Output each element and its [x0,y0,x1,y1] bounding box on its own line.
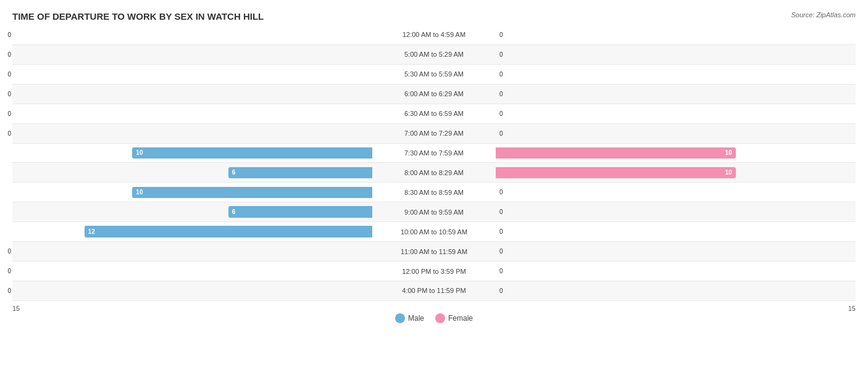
bar-row: 0 12:00 PM to 3:59 PM 0 [12,262,856,281]
left-section: 0 [12,281,372,300]
male-bar: 10 [132,147,372,159]
male-bar-container: 10 [12,147,372,159]
female-value-zero: 0 [499,31,503,38]
female-bar: 10 [496,167,736,179]
center-label: 5:30 AM to 5:59 AM [372,70,496,78]
bar-row: 12 10:00 AM to 10:59 AM 0 [12,222,856,242]
left-section: 10 [12,183,372,202]
center-label: 6:00 AM to 6:29 AM [372,90,496,97]
male-bar-container: 0 [12,49,372,60]
female-bar-container: 0 [496,88,856,100]
right-section: 0 [496,202,856,221]
male-bar-container: 0 [12,245,372,257]
left-section: 0 [12,25,372,44]
male-bar-container: 0 [12,285,372,297]
bar-row: 0 4:00 PM to 11:59 PM 0 [12,281,856,301]
female-value-zero: 0 [499,268,503,274]
right-section: 0 [496,85,856,104]
bar-row: 10 7:30 AM to 7:59 AM 10 [12,144,856,163]
bar-row: 0 6:30 AM to 6:59 AM 0 [12,104,856,124]
center-label: 11:00 AM to 11:59 AM [372,248,496,255]
left-section: 0 [12,45,372,64]
female-value-zero: 0 [499,287,503,294]
bar-row: 10 8:30 AM to 8:59 AM 0 [12,183,856,202]
bar-row: 6 8:00 AM to 8:29 AM 10 [12,163,856,183]
female-value-zero: 0 [499,130,503,137]
male-bar-container: 6 [12,206,372,218]
female-bar-container: 0 [496,187,856,199]
center-label: 5:00 AM to 5:29 AM [372,51,496,58]
center-label: 12:00 AM to 4:59 AM [372,31,496,38]
legend-female: Female [435,313,473,323]
bar-row: 0 5:00 AM to 5:29 AM 0 [12,45,856,65]
female-bar: 10 [496,147,736,159]
male-value-zero: 0 [7,31,11,38]
male-bar-container: 10 [12,187,372,199]
center-label: 7:30 AM to 7:59 AM [372,149,496,157]
female-value-inside: 10 [725,149,732,156]
right-section: 0 [496,262,856,281]
female-bar-container: 0 [496,108,856,120]
male-value-inside: 6 [232,169,236,176]
left-section: 0 [12,65,372,84]
bar-row: 0 12:00 AM to 4:59 AM 0 [12,25,856,45]
female-legend-label: Female [448,314,473,323]
male-bar: 10 [132,187,372,199]
center-label: 8:00 AM to 8:29 AM [372,169,496,176]
male-legend-box [395,313,405,323]
right-section: 0 [496,45,856,64]
male-value-zero: 0 [7,130,11,137]
male-value-inside: 6 [232,208,236,215]
male-bar-container: 0 [12,68,372,80]
female-value-zero: 0 [499,51,503,58]
right-section: 10 [496,144,856,163]
left-section: 6 [12,163,372,182]
male-bar-container: 0 [12,128,372,139]
axis-label-right: 15 [848,305,856,312]
axis-label-left: 15 [12,305,20,312]
female-bar-container: 0 [496,265,856,277]
male-bar-container: 0 [12,88,372,100]
right-section: 0 [496,104,856,123]
female-bar-container: 0 [496,49,856,60]
male-bar: 6 [228,206,372,218]
right-section: 0 [496,242,856,261]
bar-row: 0 6:00 AM to 6:29 AM 0 [12,85,856,104]
female-value-zero: 0 [499,248,503,255]
left-section: 0 [12,262,372,281]
right-section: 0 [496,124,856,143]
female-value-zero: 0 [499,228,503,235]
right-section: 10 [496,163,856,182]
male-value-zero: 0 [7,110,11,117]
male-value-zero: 0 [7,287,11,294]
female-bar-container: 0 [496,29,856,41]
left-section: 0 [12,242,372,261]
left-section: 6 [12,202,372,221]
left-section: 10 [12,144,372,163]
center-label: 6:30 AM to 6:59 AM [372,110,496,117]
chart-title: TIME OF DEPARTURE TO WORK BY SEX IN WATC… [12,11,856,22]
center-label: 12:00 PM to 3:59 PM [372,268,496,275]
male-bar-container: 0 [12,108,372,120]
male-bar-container: 0 [12,265,372,277]
female-bar-container: 10 [496,167,856,179]
male-value-zero: 0 [7,248,11,255]
male-value-inside: 10 [136,189,143,196]
male-legend-label: Male [408,314,424,323]
bar-row: 0 7:00 AM to 7:29 AM 0 [12,124,856,144]
female-bar-container: 0 [496,206,856,218]
right-section: 0 [496,25,856,44]
male-bar-container: 12 [12,226,372,237]
center-label: 9:00 AM to 9:59 AM [372,208,496,216]
female-bar-container: 0 [496,285,856,297]
male-bar: 12 [85,226,372,237]
male-value-zero: 0 [7,268,11,274]
bar-row: 0 11:00 AM to 11:59 AM 0 [12,242,856,262]
legend-male: Male [395,313,424,323]
left-section: 12 [12,222,372,241]
bar-row: 6 9:00 AM to 9:59 AM 0 [12,202,856,222]
right-section: 0 [496,222,856,241]
center-label: 7:00 AM to 7:29 AM [372,130,496,137]
source-label: Source: ZipAtlas.com [791,11,856,19]
right-section: 0 [496,183,856,202]
